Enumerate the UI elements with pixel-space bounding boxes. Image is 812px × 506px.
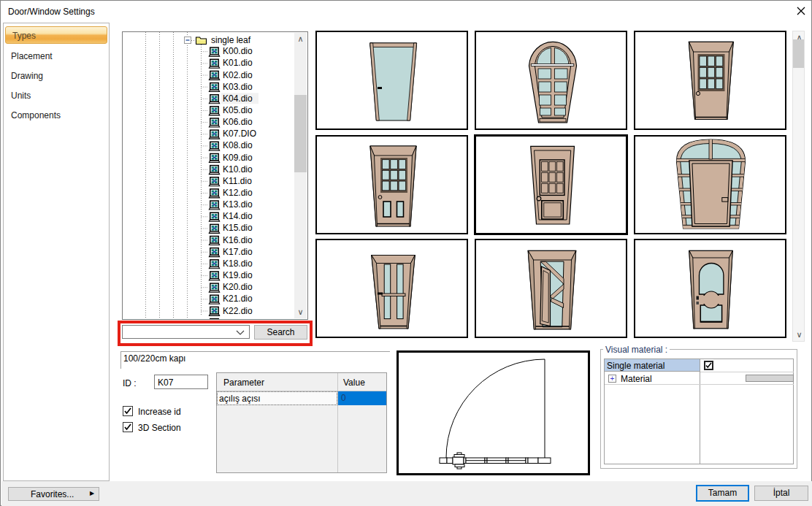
- svg-text:K13.dio: K13.dio: [223, 199, 253, 210]
- svg-text:K00.dio: K00.dio: [223, 46, 253, 56]
- svg-text:K23.dio: K23.dio: [223, 318, 253, 319]
- svg-text:K07.DIO: K07.DIO: [223, 129, 256, 139]
- svg-text:K20.dio: K20.dio: [223, 282, 253, 292]
- svg-text:K01.dio: K01.dio: [223, 58, 253, 68]
- svg-text:K08.dio: K08.dio: [223, 140, 253, 150]
- svg-text:K12.dio: K12.dio: [223, 188, 253, 198]
- svg-text:K06.dio: K06.dio: [223, 117, 253, 127]
- svg-text:K11.dio: K11.dio: [223, 176, 252, 186]
- svg-text:K14.dio: K14.dio: [223, 211, 253, 221]
- svg-text:K02.dio: K02.dio: [223, 70, 253, 80]
- svg-text:single leaf: single leaf: [211, 35, 251, 45]
- svg-text:K16.dio: K16.dio: [223, 235, 253, 245]
- svg-text:K18.dio: K18.dio: [223, 258, 253, 269]
- svg-text:K21.dio: K21.dio: [223, 294, 253, 304]
- svg-text:K19.dio: K19.dio: [223, 270, 253, 280]
- svg-text:K09.dio: K09.dio: [223, 153, 253, 163]
- svg-text:K05.dio: K05.dio: [223, 105, 253, 115]
- svg-text:K03.dio: K03.dio: [223, 82, 253, 92]
- svg-text:K10.dio: K10.dio: [223, 164, 253, 175]
- svg-text:K17.dio: K17.dio: [223, 247, 253, 257]
- svg-text:K15.dio: K15.dio: [223, 223, 253, 233]
- svg-text:K04.dio: K04.dio: [223, 93, 253, 104]
- svg-text:K22.dio: K22.dio: [223, 306, 253, 316]
